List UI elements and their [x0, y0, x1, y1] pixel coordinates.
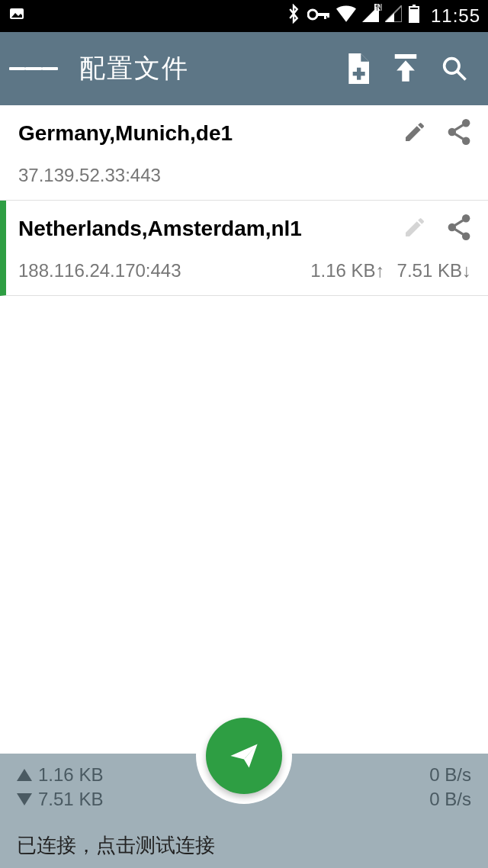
edit-icon[interactable] [403, 120, 427, 147]
share-icon[interactable] [447, 214, 471, 243]
picture-icon [8, 5, 26, 27]
svg-rect-10 [395, 54, 417, 59]
svg-line-16 [455, 125, 463, 130]
search-button[interactable] [430, 44, 479, 93]
wifi-icon [336, 5, 356, 27]
add-file-button[interactable] [332, 44, 381, 93]
page-title: 配置文件 [79, 51, 332, 86]
send-icon [227, 739, 261, 773]
profile-row[interactable]: Netherlands,Amsterdam,nl1 188.116.24.170… [0, 201, 488, 296]
profile-address: 188.116.24.170:443 [18, 260, 310, 281]
bottom-bar: 1.16 KB 7.51 KB 0 B/s 0 B/s 已连接，点击测试连接 [0, 754, 488, 868]
profile-name: Netherlands,Amsterdam,nl1 [18, 217, 403, 241]
signal-2-icon: H [385, 5, 402, 27]
svg-rect-3 [324, 13, 326, 19]
svg-rect-2 [316, 13, 329, 16]
svg-rect-7 [409, 9, 419, 22]
share-icon[interactable] [447, 119, 471, 148]
key-icon [307, 6, 330, 26]
profile-address: 37.139.52.33:443 [18, 165, 471, 186]
rate-down: 0 B/s [429, 789, 471, 810]
svg-line-22 [455, 230, 463, 235]
svg-point-11 [445, 59, 459, 73]
clock: 11:55 [431, 5, 480, 27]
svg-line-12 [458, 72, 466, 80]
svg-rect-9 [353, 72, 365, 76]
status-bar: R H 11:55 [0, 0, 488, 32]
connect-fab[interactable] [206, 718, 282, 794]
total-down: 7.51 KB [17, 789, 103, 810]
connection-status[interactable]: 已连接，点击测试连接 [17, 832, 215, 859]
svg-point-1 [308, 10, 317, 19]
battery-icon [408, 5, 420, 27]
app-bar: 配置文件 [0, 32, 488, 105]
svg-rect-4 [327, 13, 329, 18]
svg-line-21 [455, 220, 463, 226]
total-up: 1.16 KB [17, 764, 103, 786]
upload-button[interactable] [381, 44, 430, 93]
rate-up: 0 B/s [429, 764, 471, 786]
profile-up: 1.16 KB↑ [310, 260, 384, 281]
profile-name: Germany,Munich,de1 [18, 121, 403, 146]
profile-row[interactable]: Germany,Munich,de1 37.139.52.33:443 [0, 105, 488, 201]
menu-button[interactable] [9, 44, 58, 93]
profile-down: 7.51 KB↓ [397, 260, 471, 281]
edit-icon [403, 215, 427, 243]
bluetooth-icon [286, 4, 301, 28]
svg-line-17 [455, 134, 463, 140]
